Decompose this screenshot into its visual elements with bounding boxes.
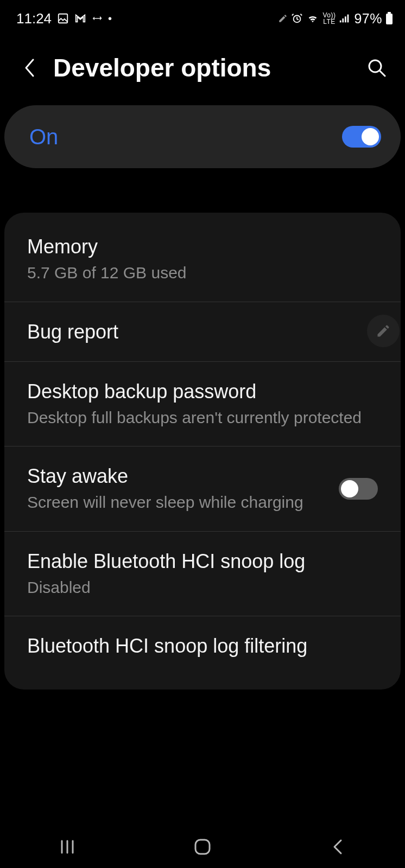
gallery-icon bbox=[57, 12, 69, 24]
master-toggle-label: On bbox=[29, 125, 58, 149]
nav-recents-button[interactable] bbox=[51, 836, 84, 858]
row-title: Bug report bbox=[27, 320, 378, 344]
gmail-icon bbox=[74, 12, 86, 24]
status-bar-right: Vo))LTE 97% bbox=[278, 11, 393, 27]
row-stay-awake[interactable]: Stay awake Screen will never sleep while… bbox=[4, 446, 401, 532]
floating-edit-button[interactable] bbox=[367, 315, 400, 347]
battery-icon bbox=[385, 12, 393, 25]
nav-home-button[interactable] bbox=[186, 836, 219, 858]
more-dot-icon: • bbox=[108, 12, 112, 25]
settings-panel: Memory 5.7 GB of 12 GB used Bug report D… bbox=[4, 213, 401, 690]
row-subtitle: Screen will never sleep while charging bbox=[27, 492, 328, 514]
svg-rect-7 bbox=[388, 12, 391, 14]
status-bar-left: 11:24 • bbox=[16, 10, 112, 27]
signal-icon bbox=[339, 12, 351, 24]
master-toggle-switch[interactable] bbox=[342, 126, 381, 148]
row-title: Desktop backup password bbox=[27, 379, 378, 404]
back-button[interactable] bbox=[21, 57, 38, 79]
svg-rect-5 bbox=[347, 15, 349, 23]
app-bar: Developer options bbox=[0, 29, 405, 99]
row-title: Bluetooth HCI snoop log filtering bbox=[27, 634, 378, 658]
row-subtitle: 5.7 GB of 12 GB used bbox=[27, 262, 378, 284]
network-label: Vo))LTE bbox=[322, 12, 336, 25]
row-bug-report[interactable]: Bug report bbox=[4, 302, 401, 362]
svg-point-8 bbox=[369, 60, 381, 72]
master-toggle[interactable]: On bbox=[4, 105, 401, 168]
row-bluetooth-hci-snoop-log[interactable]: Enable Bluetooth HCI snoop log Disabled bbox=[4, 532, 401, 617]
row-memory[interactable]: Memory 5.7 GB of 12 GB used bbox=[4, 217, 401, 302]
alarm-icon bbox=[291, 12, 303, 24]
wifi-icon bbox=[306, 12, 319, 24]
sync-icon bbox=[92, 13, 103, 24]
svg-rect-3 bbox=[343, 18, 344, 22]
status-bar: 11:24 • Vo))LTE 97% bbox=[0, 0, 405, 29]
stay-awake-switch[interactable] bbox=[339, 478, 378, 500]
page-title: Developer options bbox=[53, 53, 350, 82]
row-subtitle: Disabled bbox=[27, 577, 378, 599]
nav-back-button[interactable] bbox=[321, 836, 354, 858]
svg-line-9 bbox=[380, 71, 385, 76]
row-subtitle: Desktop full backups aren't currently pr… bbox=[27, 407, 378, 429]
row-title: Enable Bluetooth HCI snoop log bbox=[27, 549, 378, 573]
battery-percent: 97% bbox=[354, 11, 382, 27]
status-time: 11:24 bbox=[16, 10, 52, 27]
svg-rect-6 bbox=[386, 14, 393, 24]
row-title: Memory bbox=[27, 234, 378, 259]
pencil-icon bbox=[376, 323, 391, 339]
svg-rect-4 bbox=[345, 16, 346, 22]
svg-rect-13 bbox=[195, 840, 210, 854]
row-title: Stay awake bbox=[27, 464, 328, 488]
svg-rect-2 bbox=[340, 21, 341, 23]
row-bluetooth-hci-filtering[interactable]: Bluetooth HCI snoop log filtering bbox=[4, 616, 401, 675]
navigation-bar bbox=[0, 826, 405, 868]
row-desktop-backup-password[interactable]: Desktop backup password Desktop full bac… bbox=[4, 362, 401, 447]
search-button[interactable] bbox=[365, 56, 389, 80]
svg-rect-0 bbox=[59, 14, 68, 23]
pen-icon bbox=[278, 14, 288, 23]
